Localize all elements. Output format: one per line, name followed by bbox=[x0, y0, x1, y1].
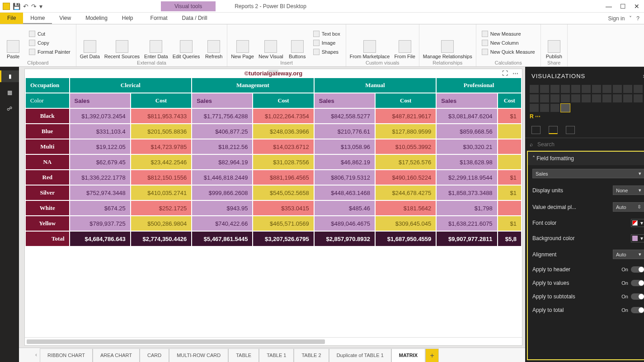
maximize-button[interactable]: ☐ bbox=[620, 3, 626, 10]
menu-data-drill[interactable]: Data / Drill bbox=[175, 13, 215, 24]
cut-button[interactable]: Cut bbox=[27, 30, 72, 38]
visual-type-icon[interactable] bbox=[561, 94, 570, 102]
page-tab[interactable]: TABLE bbox=[228, 348, 259, 362]
field-select[interactable]: Sales▾ bbox=[532, 169, 644, 178]
menu-format[interactable]: Format bbox=[143, 13, 175, 24]
font-color-picker[interactable]: ▾ bbox=[631, 219, 644, 227]
menu-file[interactable]: File bbox=[0, 13, 23, 24]
matrix-visual[interactable]: OccupationClericalManagementManualProfes… bbox=[25, 77, 522, 337]
new-visual-button[interactable]: New Visual bbox=[259, 26, 283, 59]
page-tab[interactable]: TABLE 1 bbox=[259, 348, 294, 362]
visual-type-icon[interactable] bbox=[623, 85, 632, 93]
visual-options-icon[interactable]: ⋯ bbox=[512, 70, 518, 77]
add-page-button[interactable]: + bbox=[425, 348, 439, 362]
page-tab[interactable]: Duplicate of TABLE 1 bbox=[329, 348, 391, 362]
menu-view[interactable]: View bbox=[52, 13, 78, 24]
display-units-select[interactable]: None▾ bbox=[613, 186, 644, 195]
save-icon[interactable]: 💾 bbox=[13, 3, 20, 10]
apply-to-subtotals-toggle[interactable] bbox=[631, 293, 644, 300]
from-file-button[interactable]: From File bbox=[394, 26, 415, 59]
visual-type-icon[interactable] bbox=[634, 85, 643, 93]
report-view-icon[interactable]: ▮ bbox=[0, 70, 19, 82]
visual-type-icon[interactable] bbox=[550, 85, 559, 93]
edit-queries-button[interactable]: Edit Queries bbox=[173, 26, 200, 59]
page-tab[interactable]: AREA CHART bbox=[93, 348, 140, 362]
visual-drag-handle[interactable] bbox=[268, 70, 278, 72]
undo-icon[interactable]: ↶ bbox=[23, 3, 28, 10]
minimize-button[interactable]: — bbox=[606, 3, 612, 10]
qat-dropdown-icon[interactable]: ▾ bbox=[39, 3, 42, 10]
visual-type-icon[interactable] bbox=[582, 85, 591, 93]
visual-type-icon[interactable] bbox=[530, 94, 539, 102]
tab-nav-prev-icon[interactable]: ‹ bbox=[33, 348, 40, 362]
alignment-select[interactable]: Auto▾ bbox=[613, 250, 644, 259]
horizontal-scrollbar[interactable] bbox=[25, 337, 522, 345]
field-formatting-header[interactable]: ˄ Field formatting bbox=[528, 152, 644, 165]
analytics-mode-icon[interactable] bbox=[566, 126, 575, 134]
menu-home[interactable]: Home bbox=[23, 13, 52, 24]
visual-type-icon[interactable] bbox=[634, 94, 643, 102]
format-mode-icon[interactable] bbox=[549, 126, 558, 134]
menu-help[interactable]: Help bbox=[115, 13, 141, 24]
publish-button[interactable]: Publish bbox=[545, 26, 564, 59]
buttons-button[interactable]: Buttons bbox=[288, 26, 307, 59]
visual-type-icon[interactable] bbox=[540, 85, 549, 93]
visual-type-icon[interactable] bbox=[623, 94, 632, 102]
visual-type-icon[interactable] bbox=[613, 85, 622, 93]
visual-type-icon[interactable] bbox=[540, 104, 549, 112]
visual-type-icon[interactable] bbox=[530, 104, 539, 112]
page-tab[interactable]: TABLE 2 bbox=[294, 348, 329, 362]
page-tab[interactable]: MATRIX bbox=[391, 348, 425, 362]
manage-relationships-button[interactable]: Manage Relationships bbox=[423, 26, 472, 59]
visual-type-icon[interactable] bbox=[582, 94, 591, 102]
model-view-icon[interactable]: ☍ bbox=[4, 103, 15, 115]
data-view-icon[interactable]: ▦ bbox=[4, 87, 15, 98]
new-quick-measure-button[interactable]: New Quick Measure bbox=[480, 48, 537, 56]
background-color-picker[interactable]: ▾ bbox=[631, 234, 644, 242]
visual-type-icon[interactable] bbox=[530, 85, 539, 93]
menu-modeling[interactable]: Modeling bbox=[78, 13, 115, 24]
format-painter-button[interactable]: Format Painter bbox=[27, 48, 72, 56]
page-tab[interactable]: RIBBON CHART bbox=[40, 348, 93, 362]
signin-chevron-icon[interactable]: ˅ bbox=[629, 15, 632, 22]
apply-to-header-toggle[interactable] bbox=[631, 266, 644, 273]
page-tab[interactable]: MULTI-ROW CARD bbox=[169, 348, 228, 362]
textbox-button[interactable]: Text box bbox=[311, 30, 342, 38]
visual-type-icon[interactable] bbox=[592, 94, 601, 102]
fields-mode-icon[interactable] bbox=[531, 126, 541, 134]
image-button[interactable]: Image bbox=[311, 39, 342, 47]
apply-to-values-toggle[interactable] bbox=[631, 280, 644, 286]
help-icon[interactable]: ? bbox=[636, 15, 639, 22]
close-button[interactable]: ✕ bbox=[634, 3, 639, 10]
sign-in-link[interactable]: Sign in bbox=[608, 15, 625, 22]
visual-type-icon[interactable] bbox=[550, 104, 559, 112]
recent-sources-button[interactable]: Recent Sources bbox=[104, 26, 140, 59]
shapes-button[interactable]: Shapes bbox=[311, 48, 342, 56]
page-tab[interactable]: CARD bbox=[140, 348, 169, 362]
visual-type-icon[interactable] bbox=[602, 85, 611, 93]
visual-type-icon[interactable] bbox=[613, 94, 622, 102]
redo-icon[interactable]: ↷ bbox=[31, 3, 37, 10]
visual-type-icon[interactable] bbox=[561, 104, 570, 112]
refresh-button[interactable]: Refresh bbox=[204, 26, 223, 59]
r-visual-icon[interactable]: R ⋯ bbox=[530, 113, 549, 120]
visual-type-icon[interactable] bbox=[592, 85, 601, 93]
get-data-button[interactable]: Get Data bbox=[80, 26, 100, 59]
from-marketplace-button[interactable]: From Marketplace bbox=[350, 26, 390, 59]
enter-data-button[interactable]: Enter Data bbox=[144, 26, 168, 59]
format-search-input[interactable] bbox=[536, 141, 644, 148]
visual-type-icon[interactable] bbox=[561, 85, 570, 93]
visual-type-icon[interactable] bbox=[602, 94, 611, 102]
visual-type-icon[interactable] bbox=[550, 94, 559, 102]
visual-type-icon[interactable] bbox=[571, 85, 580, 93]
copy-button[interactable]: Copy bbox=[27, 39, 72, 47]
new-column-button[interactable]: New Column bbox=[480, 39, 537, 47]
new-page-button[interactable]: New Page bbox=[231, 26, 254, 59]
decimal-places-stepper[interactable]: Auto⇳ bbox=[613, 202, 644, 212]
apply-to-total-toggle[interactable] bbox=[631, 307, 644, 313]
visual-type-icon[interactable] bbox=[540, 94, 549, 102]
paste-button[interactable]: Paste bbox=[4, 26, 23, 59]
focus-mode-icon[interactable]: ⛶ bbox=[502, 70, 508, 77]
new-measure-button[interactable]: New Measure bbox=[480, 30, 537, 38]
visual-type-icon[interactable] bbox=[571, 94, 580, 102]
